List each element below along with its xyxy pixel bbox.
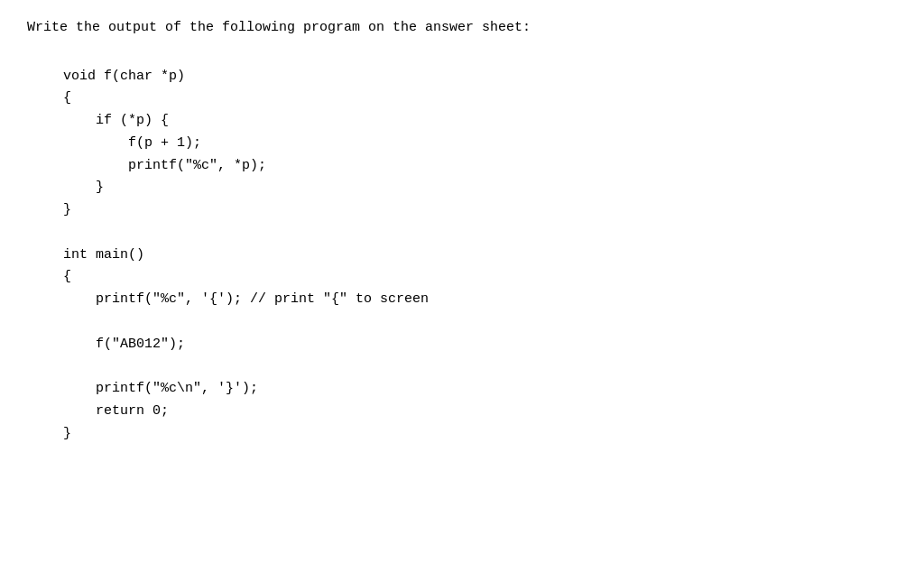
code-line: int main() <box>63 245 897 267</box>
code-line: if (*p) { <box>63 110 897 133</box>
code-block: void f(char *p){ if (*p) { f(p + 1); pri… <box>63 66 897 446</box>
instruction-line: Write the output of the following progra… <box>27 18 897 39</box>
code-line: { <box>63 266 897 289</box>
code-line: void f(char *p) <box>63 66 897 88</box>
code-line <box>63 355 897 378</box>
code-line: } <box>63 423 897 446</box>
code-line: } <box>63 199 897 222</box>
code-line: printf("%c", *p); <box>63 155 897 178</box>
code-line: printf("%c", '{'); // print "{" to scree… <box>63 289 897 311</box>
code-line: { <box>63 88 897 110</box>
instruction-text: Write the output of the following progra… <box>27 20 531 35</box>
code-line: return 0; <box>63 401 897 423</box>
code-line <box>63 311 897 334</box>
code-line: f("AB012"); <box>63 334 897 356</box>
code-line: printf("%c\n", '}'); <box>63 378 897 401</box>
code-line: } <box>63 177 897 199</box>
code-line <box>63 222 897 245</box>
code-line: f(p + 1); <box>63 133 897 155</box>
